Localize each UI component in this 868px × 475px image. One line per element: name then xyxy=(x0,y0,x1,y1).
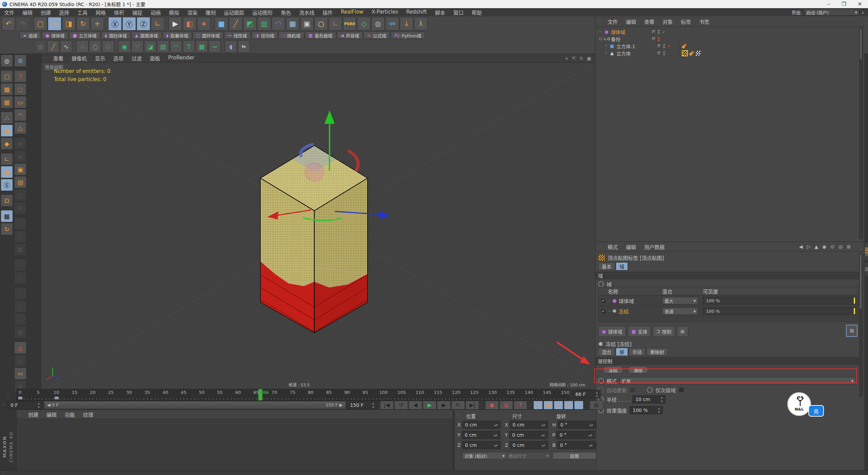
material-menu-功能[interactable]: 功能 xyxy=(61,411,79,418)
material-menu-创建[interactable]: 创建 xyxy=(24,411,42,418)
bend-deformer-button[interactable]: ◠ xyxy=(272,17,285,31)
current-frame-input[interactable]: 66 F▴▾ xyxy=(572,390,601,398)
menu-插件[interactable]: 插件 xyxy=(318,9,337,16)
panel-grip-icon[interactable]: ∷ xyxy=(2,403,5,407)
panel-grip-icon[interactable]: ∷ xyxy=(19,412,21,417)
viewport-tweak-button[interactable]: ◉ xyxy=(1,166,13,178)
minimize-button[interactable]: – xyxy=(827,1,830,7)
menu-创建[interactable]: 创建 xyxy=(37,9,55,16)
restore-button[interactable]: ❐ xyxy=(842,1,846,7)
menu-选择[interactable]: 选择 xyxy=(55,9,73,16)
menu-运动图形[interactable]: 运动图形 xyxy=(248,9,277,16)
workplane-lock-button[interactable]: ▦ xyxy=(1,210,13,222)
last-used-tool-button[interactable]: + xyxy=(91,17,104,31)
content-browser-button[interactable]: ⧉ xyxy=(14,55,26,67)
apply-button[interactable]: 应用 xyxy=(552,452,596,459)
panel-grip-icon[interactable]: ∷ xyxy=(598,245,601,249)
viewport-menu-选项[interactable]: 选项 xyxy=(109,55,127,62)
timeline-scrubber[interactable]: ◀ 0 F 150 F ▶ xyxy=(44,401,346,409)
field-enable-checkbox[interactable]: ✓ xyxy=(600,298,606,304)
object-row[interactable]: ⊟∟0备份 xyxy=(597,35,864,42)
radial-field-button[interactable]: ◑径向域 xyxy=(251,32,278,39)
position-y-input[interactable]: 0 cm▴▾ xyxy=(462,431,500,439)
tab-field[interactable]: 域 xyxy=(616,262,628,270)
menu-模拟[interactable]: 模拟 xyxy=(165,9,183,16)
menu-文件[interactable]: 文件 xyxy=(0,9,18,16)
object-manager-menu-标签[interactable]: 标签 xyxy=(677,18,695,25)
render-view-button[interactable]: ▶ xyxy=(169,17,182,31)
object-label[interactable]: 备份 xyxy=(610,36,652,42)
box-field-button[interactable]: ■立方体域 xyxy=(69,32,100,39)
coordinate-space-select[interactable]: 对象 (相对)▾ xyxy=(462,452,507,459)
attribute-scrollbar[interactable] xyxy=(859,253,863,397)
sphere-field-button[interactable]: ●球体域 xyxy=(42,32,68,39)
invert-visibility-button[interactable]: ⊠ xyxy=(14,243,26,255)
spline-smooth-button[interactable]: ∿ xyxy=(60,40,72,53)
object-manager-scrollbar[interactable] xyxy=(859,28,863,239)
viewport-menu-摄像机[interactable]: 摄像机 xyxy=(67,55,91,62)
size-mode-select[interactable]: 绝对尺寸▾ xyxy=(506,452,551,459)
add-folder-button[interactable]: ⊞ xyxy=(677,326,688,337)
add-limit-button[interactable]: Ɔ限制 xyxy=(653,326,675,337)
cylinder-field-button[interactable]: ▮圆柱体域 xyxy=(101,32,131,39)
panel-grip-icon[interactable]: ∷ xyxy=(598,19,601,24)
convert-selection-button[interactable]: ⇄ xyxy=(14,137,26,150)
viewport-canvas[interactable]: 等角视图 Number of emitters: 0 Total live pa… xyxy=(41,63,595,389)
viewport-menu-查看[interactable]: 查看 xyxy=(49,55,67,62)
model-mode-button[interactable]: ▢ xyxy=(1,70,13,82)
pick-icon[interactable]: ▲ xyxy=(814,244,818,249)
field-name[interactable]: 球体域 xyxy=(619,297,634,304)
pan-view-icon[interactable]: + xyxy=(565,56,569,61)
scale-tool-button[interactable]: ◨ xyxy=(62,17,76,31)
rotation-p-input[interactable]: 0 °▴▾ xyxy=(556,431,595,439)
history-forward-icon[interactable]: ▷ xyxy=(807,244,811,249)
tab-basic[interactable]: 基本 xyxy=(598,262,615,270)
help-tool-button[interactable]: ? xyxy=(14,70,26,82)
position-x-input[interactable]: 0 cm▴▾ xyxy=(462,421,501,429)
timeline-grip[interactable]: ∷ xyxy=(0,389,16,400)
fx-tool-button[interactable]: fx xyxy=(238,40,250,53)
dot-select-up-button[interactable]: ∷ xyxy=(14,259,26,271)
menu-体积[interactable]: 体积 xyxy=(110,9,128,16)
panel-grip-icon[interactable]: ∷ xyxy=(44,56,46,60)
object-row[interactable]: └■立方体.1✕ xyxy=(597,42,864,50)
add-sphere-field-button[interactable]: ●球体域 xyxy=(598,326,626,337)
random-field-button[interactable]: ∷随机域 xyxy=(278,32,304,39)
object-label[interactable]: 球体域 xyxy=(610,28,652,35)
render-picture-viewer-button[interactable]: ◧ xyxy=(183,17,196,31)
workplane-paint-mode-button[interactable]: ▦ xyxy=(1,96,13,108)
polygon-pen-button[interactable]: ╱ xyxy=(47,40,59,53)
goto-end-button[interactable]: ▶| xyxy=(466,401,479,410)
menu-捕捉[interactable]: 捕捉 xyxy=(128,9,146,16)
rotation-b-input[interactable]: 0 °▴▾ xyxy=(557,441,596,449)
polygon-selection-button[interactable]: △ xyxy=(14,122,26,134)
enable-state-icon[interactable]: ✕ xyxy=(667,44,671,49)
spline-chain-button[interactable]: ◠ xyxy=(170,40,182,53)
linear-field-button[interactable]: ↦线性域 xyxy=(224,32,251,39)
autokey-button[interactable]: ◎ xyxy=(499,401,513,410)
menu-Redshift[interactable]: Redshift xyxy=(402,9,431,16)
formula-field-button[interactable]: ∿公式域 xyxy=(363,32,390,39)
freeze-button[interactable]: 冻结 xyxy=(603,366,623,374)
menu-网格[interactable]: 网格 xyxy=(92,9,110,16)
camera-object-button[interactable]: ▣ xyxy=(300,17,314,31)
simulation-s-button[interactable]: Ⓢ xyxy=(1,179,13,191)
mesh-cube-button[interactable]: ▧ xyxy=(157,40,169,53)
convert-to-triangles-button[interactable]: ◬ xyxy=(14,342,26,354)
section-field-header[interactable]: 域 xyxy=(595,272,860,279)
live-selection-tool-button[interactable]: ◌ xyxy=(14,83,26,95)
record-scale-toggle[interactable]: ▣ xyxy=(544,401,553,410)
object-row[interactable]: └▲立方体 xyxy=(597,50,864,57)
add-cube-primitive-button[interactable]: ■ xyxy=(215,17,228,31)
psr-zero-button[interactable]: PSR0 xyxy=(343,17,356,31)
loop-button[interactable]: ↻ xyxy=(451,401,465,410)
mesh-cage-button[interactable]: ◉ xyxy=(118,40,131,53)
character-object-button[interactable]: λ xyxy=(414,17,428,31)
object-manager-menu-查看[interactable]: 查看 xyxy=(640,18,658,25)
panel-grip-icon[interactable]: ∷ xyxy=(457,413,459,417)
visibility-value[interactable]: 100 % xyxy=(703,307,856,315)
realflow-export-button[interactable]: ↓ xyxy=(400,17,413,31)
keyframe-selection-button[interactable]: ? xyxy=(514,401,527,410)
record-parameter-toggle[interactable]: Ⓟ xyxy=(564,401,573,410)
close-button[interactable]: ✕ xyxy=(857,1,862,7)
